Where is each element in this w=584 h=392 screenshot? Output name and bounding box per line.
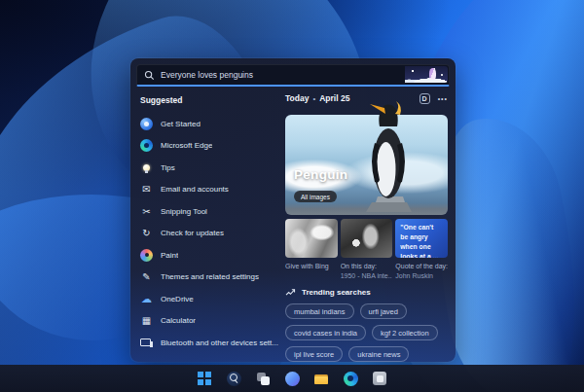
quote-of-the-day-card[interactable]: "One can't be angry when one looks at a … — [395, 219, 448, 281]
trending-title: Trending searches — [302, 288, 371, 297]
trending-arrow-icon — [285, 288, 296, 297]
sidebar-item-email-accounts[interactable]: ✉ Email and accounts — [140, 179, 278, 201]
trending-pill[interactable]: urfi javed — [360, 303, 407, 319]
trending-pill[interactable]: covid cases in india — [285, 325, 366, 340]
quote-image: "One can't be angry when one looks at a … — [395, 219, 448, 258]
sidebar-item-label: Bluetooth and other devices sett... — [161, 339, 278, 347]
mini-penguin-icon — [429, 68, 436, 80]
search-box-penguin-illustration — [405, 66, 448, 83]
trending-pills: mumbai indians urfi javed covid cases in… — [285, 303, 448, 362]
widgets-button[interactable] — [284, 371, 301, 387]
get-started-icon — [140, 118, 153, 130]
caption-line: Quote of the day: — [395, 262, 448, 271]
app-button[interactable] — [372, 371, 388, 387]
taskbar — [0, 365, 584, 392]
trending-header: Trending searches — [285, 288, 448, 297]
sidebar-item-tips[interactable]: Tips — [140, 157, 278, 179]
card-caption: Give with Bing — [285, 262, 338, 271]
panel-body: Suggested Get Started Microsoft Edge Tip… — [130, 87, 456, 362]
sidebar-item-get-started[interactable]: Get Started — [140, 113, 278, 135]
card-caption: On this day: 1950 - NBA inte... — [341, 262, 393, 281]
sidebar-item-themes[interactable]: ✎ Themes and related settings — [140, 267, 278, 289]
file-explorer-button[interactable] — [313, 371, 330, 387]
penguin-hero-card[interactable]: Penguin All images — [285, 115, 448, 215]
sidebar-item-label: Email and accounts — [161, 185, 229, 194]
start-button[interactable] — [197, 371, 213, 387]
cards-row: Give with Bing On this day: 1950 - NBA i… — [285, 219, 448, 281]
search-icon — [144, 70, 155, 81]
caption-line: On this day: — [341, 262, 393, 271]
sidebar-item-label: Themes and related settings — [161, 272, 259, 281]
date-label: April 25 — [319, 93, 349, 103]
trending-pill[interactable]: ipl live score — [285, 346, 343, 362]
app-icon — [373, 372, 386, 385]
sidebar-item-label: Microsoft Edge — [161, 141, 212, 150]
suggested-sidebar: Suggested Get Started Microsoft Edge Tip… — [130, 87, 282, 362]
suggested-header: Suggested — [140, 95, 278, 105]
bluetooth-devices-icon — [140, 337, 153, 349]
paint-icon — [140, 249, 153, 262]
give-with-bing-card[interactable]: Give with Bing — [285, 219, 338, 281]
give-with-bing-image — [285, 219, 338, 258]
sidebar-item-label: Snipping Tool — [161, 207, 207, 216]
sidebar-item-snipping-tool[interactable]: ✂ Snipping Tool — [140, 200, 278, 223]
sidebar-item-bluetooth-devices[interactable]: Bluetooth and other devices sett... — [140, 332, 278, 354]
on-this-day-card[interactable]: On this day: 1950 - NBA inte... — [341, 219, 393, 281]
sidebar-item-calculator[interactable]: ▦ Calculator — [140, 310, 278, 333]
sidebar-item-label: Get Started — [161, 120, 201, 128]
search-flyout-panel: Suggested Get Started Microsoft Edge Tip… — [130, 58, 456, 362]
edge-icon — [344, 372, 358, 386]
quote-text: "One can't be angry when one looks at a … — [400, 223, 443, 258]
onedrive-icon: ☁ — [140, 293, 153, 305]
sidebar-item-paint[interactable]: Paint — [140, 244, 278, 267]
sidebar-item-label: Calculator — [161, 316, 196, 325]
taskbar-search-button[interactable] — [226, 371, 242, 387]
sidebar-item-onedrive[interactable]: ☁ OneDrive — [140, 288, 278, 310]
snipping-tool-icon: ✂ — [140, 205, 153, 218]
trending-pill[interactable]: ukraine news — [348, 346, 409, 362]
widgets-icon — [285, 372, 300, 386]
check-updates-icon: ↻ — [140, 227, 153, 239]
sidebar-item-microsoft-edge[interactable]: Microsoft Edge — [140, 135, 278, 158]
sidebar-item-check-updates[interactable]: ↻ Check for updates — [140, 223, 278, 245]
search-icon — [227, 372, 241, 386]
caption-line: Give with Bing — [285, 262, 338, 271]
penguin-image — [358, 99, 419, 218]
email-icon: ✉ — [140, 183, 153, 196]
sidebar-item-label: Paint — [161, 251, 178, 260]
themes-icon: ✎ — [140, 270, 153, 283]
on-this-day-image — [341, 219, 393, 258]
calculator-icon: ▦ — [140, 314, 153, 327]
sidebar-item-label: OneDrive — [161, 295, 194, 303]
date-separator: • — [312, 94, 315, 103]
sidebar-item-label: Check for updates — [161, 229, 224, 237]
windows-logo-icon — [198, 372, 212, 386]
task-view-button[interactable] — [255, 371, 272, 387]
tips-icon — [140, 161, 153, 174]
caption-subline: John Ruskin — [395, 271, 448, 281]
trending-pill[interactable]: mumbai indians — [285, 303, 354, 319]
search-bar[interactable] — [136, 64, 450, 87]
edge-button[interactable] — [343, 371, 359, 387]
trending-pill[interactable]: kgf 2 collection — [372, 325, 438, 340]
caption-subline: 1950 - NBA inte... — [341, 271, 393, 281]
sidebar-item-label: Tips — [161, 163, 175, 172]
d-badge-icon[interactable]: D — [420, 93, 430, 104]
edge-icon — [140, 139, 153, 152]
all-images-badge[interactable]: All images — [294, 191, 337, 202]
more-options-icon[interactable]: ••• — [438, 95, 448, 102]
bing-content: Today • April 25 D ••• — [282, 87, 456, 362]
card-caption: Quote of the day: John Ruskin — [395, 262, 448, 281]
today-label: Today — [285, 93, 309, 103]
hero-title: Penguin — [294, 167, 347, 182]
